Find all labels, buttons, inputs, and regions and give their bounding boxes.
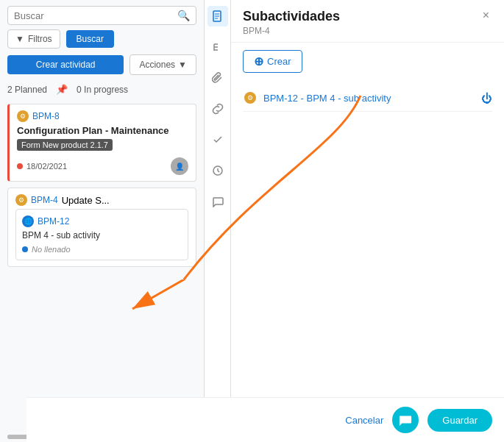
- sub-card-bpm12[interactable]: 🌐 BPM-12 BPM 4 - sub activity No llenado: [15, 209, 188, 260]
- sidebar-icon-doc[interactable]: [207, 6, 228, 26]
- bpm12-id: BPM-12: [38, 216, 69, 227]
- panel-item-gear-icon: ⚙: [244, 92, 256, 104]
- buscar-button[interactable]: Buscar: [66, 30, 114, 48]
- acciones-label: Acciones: [139, 60, 175, 70]
- bpm8-date-row: 18/02/2021: [17, 162, 67, 171]
- search-bar: 🔍: [0, 0, 204, 29]
- panel-footer: Cancelar Guardar: [26, 397, 504, 442]
- panel-content: Subactividades BPM-4 × ⊕ Crear ⚙ BP: [231, 0, 504, 442]
- bpm8-date: 18/02/2021: [26, 162, 67, 171]
- filter-icon: ▼: [15, 34, 24, 44]
- bpm4-status-icon: ⚙: [15, 194, 27, 206]
- filter-label: Filtros: [28, 34, 52, 44]
- left-panel: 🔍 ▼ Filtros Buscar Crear actividad Accio…: [0, 0, 205, 442]
- bpm8-status-icon: ⚙: [17, 110, 29, 122]
- bpm8-title: Configuration Plan - Maintenance: [17, 125, 188, 136]
- bpm4-id: BPM-4: [31, 195, 58, 205]
- no-llenado-text: No llenado: [32, 245, 71, 254]
- sidebar-icon-check[interactable]: [207, 129, 228, 150]
- bpm8-status-dot: [17, 163, 23, 169]
- card-list: ⚙ BPM-8 Configuration Plan - Maintenance…: [0, 99, 204, 432]
- pin-icon[interactable]: 📌: [56, 84, 68, 95]
- panel-title: Subactividades: [243, 9, 340, 24]
- panel-toolbar: ⊕ Crear: [231, 43, 504, 80]
- panel-list: ⚙ BPM-12 - BPM 4 - sub activity ⏻: [231, 80, 504, 116]
- right-section: Subactividades BPM-4 × ⊕ Crear ⚙ BP: [205, 0, 504, 442]
- bpm8-avatar: 👤: [171, 157, 188, 175]
- power-icon[interactable]: ⏻: [481, 92, 492, 104]
- panel-item-link[interactable]: BPM-12 - BPM 4 - sub activity: [263, 93, 391, 104]
- panel-item-icon: ⚙: [243, 90, 258, 105]
- sidebar-icon-tree[interactable]: [207, 37, 228, 57]
- panel-header-text: Subactividades BPM-4: [243, 9, 340, 36]
- panel-subtitle: BPM-4: [243, 26, 340, 36]
- sidebar-icon-chat[interactable]: [207, 191, 228, 212]
- guardar-button[interactable]: Guardar: [427, 409, 492, 432]
- no-llenado-dot: [22, 246, 28, 252]
- close-button[interactable]: ×: [480, 9, 492, 22]
- panel-header: Subactividades BPM-4 ×: [231, 0, 504, 43]
- filter-button[interactable]: ▼ Filtros: [7, 29, 60, 49]
- panel-list-item: ⚙ BPM-12 - BPM 4 - sub activity ⏻: [243, 85, 492, 112]
- bpm8-badge: Form New product 2.1.7: [17, 139, 113, 151]
- search-input[interactable]: [14, 10, 177, 21]
- crear-plus-icon: ⊕: [254, 54, 263, 68]
- card-bpm8-header: ⚙ BPM-8: [17, 110, 188, 122]
- acciones-button[interactable]: Acciones ▼: [129, 54, 196, 75]
- planned-count: 2 Planned: [7, 85, 47, 95]
- panel-list-item-left: ⚙ BPM-12 - BPM 4 - sub activity: [243, 90, 391, 105]
- status-row: 2 Planned 📌 0 In progress: [0, 81, 204, 99]
- crear-button[interactable]: ⊕ Crear: [243, 50, 302, 73]
- bpm12-title: BPM 4 - sub activity: [22, 230, 182, 240]
- crear-actividad-button[interactable]: Crear actividad: [7, 55, 124, 74]
- bpm12-globe-icon: 🌐: [22, 215, 34, 227]
- search-input-wrapper[interactable]: 🔍: [7, 6, 196, 25]
- sidebar-icon-clock[interactable]: [207, 160, 228, 181]
- filter-row: ▼ Filtros Buscar: [0, 29, 204, 54]
- card-bpm4[interactable]: ⚙ BPM-4 Update S... 🌐 BPM-12 BPM 4 - sub…: [7, 188, 196, 267]
- bpm8-footer: 18/02/2021 👤: [17, 157, 188, 175]
- bpm12-id-row: 🌐 BPM-12: [22, 215, 182, 227]
- card-bpm4-header: ⚙ BPM-4 Update S...: [15, 194, 188, 206]
- crear-label: Crear: [267, 56, 291, 67]
- sidebar-icon-link[interactable]: [207, 99, 228, 119]
- bpm8-id: BPM-8: [32, 111, 60, 121]
- action-row: Crear actividad Acciones ▼: [0, 54, 204, 81]
- sidebar-icon-attachment[interactable]: [207, 68, 228, 88]
- in-progress-count: 0 In progress: [77, 85, 128, 95]
- sidebar-icons: [205, 0, 231, 442]
- card-bpm8[interactable]: ⚙ BPM-8 Configuration Plan - Maintenance…: [7, 104, 196, 182]
- bpm4-title-short: Update S...: [62, 195, 110, 206]
- acciones-chevron-icon: ▼: [178, 60, 187, 70]
- search-icon-button[interactable]: 🔍: [177, 10, 190, 21]
- chat-bubble-icon: [392, 407, 419, 433]
- cancelar-button[interactable]: Cancelar: [345, 415, 383, 426]
- bpm12-no-llenado: No llenado: [22, 245, 182, 254]
